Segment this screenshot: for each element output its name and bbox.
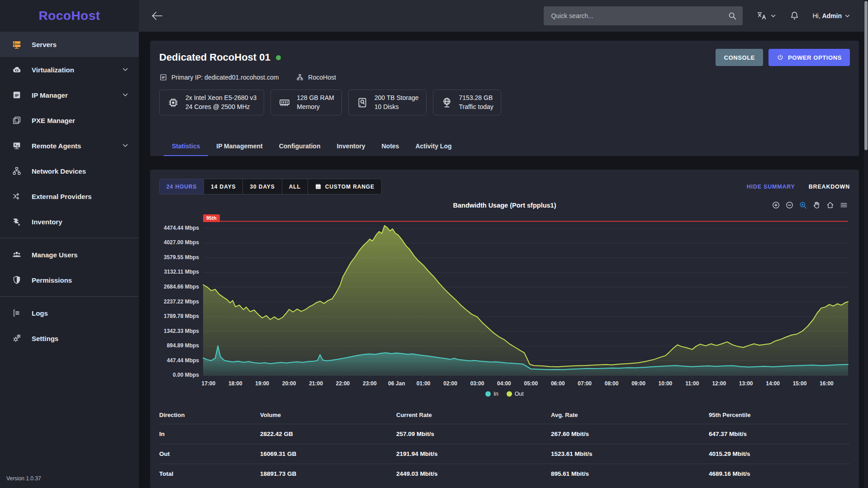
range-14-days[interactable]: 14 DAYS [204, 179, 242, 194]
primary-ip: IP Primary IP: dedicated01.rocohost.com [159, 73, 279, 81]
y-axis-label: 0.00 Mbps [173, 372, 199, 378]
chevron-down-icon [123, 93, 128, 97]
y-axis-label: 2684.66 Mbps [164, 284, 199, 290]
breakdown-button[interactable]: BREAKDOWN [809, 184, 850, 190]
layers-icon [12, 115, 22, 125]
page-scrollbar[interactable] [864, 0, 868, 488]
sidebar-divider [0, 238, 139, 238]
legend-dot-out [507, 391, 512, 397]
zoom-out-icon[interactable] [785, 201, 794, 209]
sidebar-item-network-devices[interactable]: Network Devices [0, 158, 139, 184]
provider: RocoHost [296, 73, 336, 81]
version-label: Version 1.0.37 [6, 475, 41, 482]
agent-terminal-icon [12, 141, 22, 151]
legend-item-out[interactable]: Out [507, 391, 524, 397]
users-icon [12, 250, 22, 260]
scrollbar-thumb[interactable] [864, 1, 868, 150]
x-axis-label: 21:00 [309, 380, 323, 387]
sidebar-item-label: Remote Agents [32, 142, 113, 150]
menu-icon[interactable] [840, 201, 848, 209]
time-range-group: 24 HOURS 14 DAYS 30 DAYS ALL CUSTOM RANG… [159, 179, 382, 194]
sidebar-item-label: External Providers [32, 193, 128, 200]
power-options-button[interactable]: POWER OPTIONS [768, 49, 850, 66]
sidebar-item-permissions[interactable]: Permissions [0, 267, 139, 293]
range-all[interactable]: ALL [282, 179, 308, 194]
sidebar-item-ip-manager[interactable]: IP IP Manager [0, 82, 139, 108]
selection-zoom-icon[interactable] [799, 201, 807, 209]
legend-item-in[interactable]: In [485, 391, 498, 397]
sidebar-item-servers[interactable]: Servers [0, 32, 139, 57]
x-axis-label: 07:00 [578, 380, 592, 387]
tab-activity-log[interactable]: Activity Log [407, 136, 460, 156]
tab-notes[interactable]: Notes [373, 136, 407, 156]
sidebar-item-logs[interactable]: Logs [0, 300, 139, 326]
sidebar-item-label: Permissions [32, 276, 128, 284]
y-axis-label: 4474.44 Mbps [164, 225, 199, 231]
search-icon[interactable] [727, 11, 737, 21]
user-menu[interactable]: Hi, Admin [812, 12, 850, 19]
x-axis-label: 17:00 [202, 380, 216, 387]
pan-icon[interactable] [812, 201, 821, 209]
search-input[interactable] [544, 6, 743, 25]
disk-icon [356, 96, 369, 109]
language-selector[interactable] [756, 10, 776, 21]
app-logo: RocoHost [0, 0, 139, 32]
range-custom[interactable]: CUSTOM RANGE [308, 179, 381, 194]
sidebar-item-manage-users[interactable]: Manage Users [0, 242, 139, 267]
plot-area[interactable]: 95th [203, 217, 848, 378]
hide-summary-button[interactable]: HIDE SUMMARY [747, 184, 795, 190]
sidebar-item-label: Logs [32, 309, 128, 317]
sidebar-item-settings[interactable]: Settings [0, 326, 139, 351]
range-24-hours[interactable]: 24 HOURS [160, 179, 204, 194]
x-axis-label: 06 Jan [388, 380, 405, 387]
storage-chip: 200 TB Storage10 Disks [348, 90, 427, 115]
tab-configuration[interactable]: Configuration [271, 136, 329, 156]
y-axis-label: 1342.33 Mbps [164, 328, 199, 334]
network-tree-icon [12, 166, 22, 176]
x-axis-label: 12:00 [712, 380, 726, 387]
y-axis-label: 3132.11 Mbps [164, 269, 199, 275]
tab-ip-management[interactable]: IP Management [208, 136, 270, 156]
sidebar-item-label: Virtualization [32, 66, 113, 74]
notifications-button[interactable] [789, 10, 800, 21]
sidebar: RocoHost Servers Virtualization IP IP Ma… [0, 0, 139, 488]
sidebar-item-inventory[interactable]: Inventory [0, 209, 139, 234]
power-icon [777, 54, 784, 61]
sidebar-item-virtualization[interactable]: Virtualization [0, 57, 139, 82]
percentile-badge: 95th [203, 214, 220, 222]
y-axis-label: 3579.55 Mbps [164, 254, 199, 261]
sidebar-item-external-providers[interactable]: External Providers [0, 184, 139, 209]
y-axis-label: 894.89 Mbps [167, 342, 199, 349]
console-button[interactable]: CONSOLE [716, 49, 763, 66]
table-row: Total 18891.73 GB 2449.03 Mbit/s 895.61 … [159, 464, 850, 483]
x-axis-label: 06:00 [551, 380, 565, 387]
tab-inventory[interactable]: Inventory [328, 136, 373, 156]
cpu-icon [167, 96, 180, 109]
statistics-card: 24 HOURS 14 DAYS 30 DAYS ALL CUSTOM RANG… [150, 170, 859, 488]
y-axis-label: 447.44 Mbps [167, 357, 199, 364]
y-axis-label: 4027.00 Mbps [164, 239, 199, 246]
hierarchy-icon [296, 73, 304, 81]
range-30-days[interactable]: 30 DAYS [242, 179, 281, 194]
x-axis-label: 13:00 [739, 380, 753, 387]
back-button[interactable] [150, 9, 164, 23]
x-axis-label: 20:00 [282, 380, 296, 387]
cpu-chip: 2x Intel Xeon E5-2680 v324 Cores @ 2500 … [159, 90, 264, 115]
sidebar-item-pxe-manager[interactable]: PXE Manager [0, 108, 139, 133]
tab-statistics[interactable]: Statistics [164, 136, 208, 156]
main-content: Dedicated RocoHost 01 CONSOLE POWER OPTI… [139, 32, 868, 488]
x-axis-label: 18:00 [228, 380, 242, 387]
sidebar-item-label: Manage Users [32, 251, 128, 259]
cloud-icon [12, 65, 22, 75]
bandwidth-chart: 0.00 Mbps447.44 Mbps894.89 Mbps1342.33 M… [159, 217, 850, 378]
chart-title: Bandwidth Usage (Port sfpplus1) [159, 202, 850, 209]
x-axis-label: 22:00 [336, 380, 350, 387]
topbar: Hi, Admin [139, 0, 868, 32]
x-axis-label: 03:00 [470, 380, 484, 387]
ip-badge-icon: IP [12, 90, 22, 100]
home-icon[interactable] [826, 201, 835, 209]
zoom-in-icon[interactable] [772, 201, 780, 209]
sidebar-nav: Servers Virtualization IP IP Manager PXE… [0, 32, 139, 351]
x-axis-label: 16:00 [820, 380, 834, 387]
sidebar-item-remote-agents[interactable]: Remote Agents [0, 133, 139, 158]
